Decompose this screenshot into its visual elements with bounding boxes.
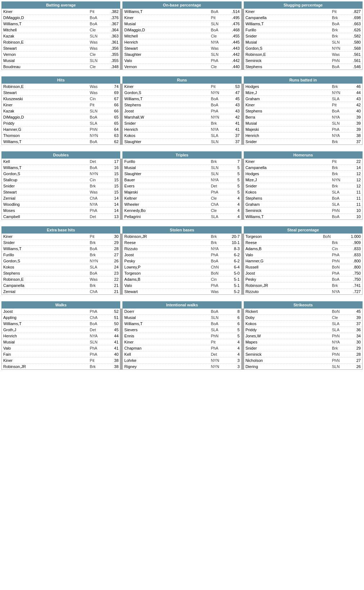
stat-value: 74 [106, 84, 118, 89]
player-name: Russell [246, 265, 332, 269]
player-name: Stewart [3, 190, 90, 194]
stat-value: .546 [348, 65, 361, 69]
col-header-doubles-2: Homeruns [244, 151, 363, 159]
player-team: SLN [332, 364, 348, 369]
table-row: KokosSLA24 [2, 264, 120, 270]
stat-value: 14 [106, 202, 118, 207]
player-name: Musial [246, 121, 332, 125]
player-name: Graham [246, 97, 332, 101]
player-team: PhA [332, 127, 348, 132]
player-name: Boudreau [3, 65, 90, 69]
table-row: WheelerChA4 [123, 201, 241, 208]
player-name: Snider [3, 184, 90, 188]
table-row: PeskyBoA.750 [244, 276, 362, 283]
table-row: BoudreauCle.348 [2, 64, 120, 70]
player-team: Pit [211, 15, 227, 20]
player-team: PhN [332, 352, 348, 356]
stat-value: 45 [227, 97, 240, 101]
player-team: Was [90, 84, 106, 89]
stat-value: 43 [227, 109, 240, 113]
player-team: Brk [332, 28, 348, 32]
player-team: PhA [90, 309, 106, 314]
section-spacer [1, 74, 363, 76]
section-spacer [1, 298, 363, 301]
table-row: Williams,TBoA50 [2, 321, 120, 327]
table-row: KluszewskiCin67 [2, 96, 120, 102]
player-team: BoA [332, 196, 348, 200]
player-name: Kokos [246, 190, 332, 194]
player-team: Brk [332, 240, 348, 245]
stat-value: 50 [106, 321, 118, 326]
player-team: NYA [211, 40, 227, 44]
player-name: Stewart [3, 90, 90, 95]
player-team: NYN [332, 178, 348, 182]
player-name: Kiner [124, 84, 211, 89]
player-team: ChN [211, 265, 227, 269]
player-name: Stephens [246, 196, 332, 200]
table-row: KeltnerCle4 [123, 195, 241, 201]
player-name: Valo [124, 58, 211, 63]
table-row: GrahamSLA43 [244, 96, 362, 102]
table-row: MapesNYA30 [244, 339, 362, 345]
player-team: PhN [332, 208, 348, 213]
stat-value: .750 [348, 271, 361, 275]
table-row: FurilloBrk27 [2, 252, 120, 258]
stat-value: 22 [348, 159, 361, 164]
stat-value: 41 [106, 346, 118, 350]
section-hits: HitsRunsRuns batted inRobinson,EWas74Ste… [1, 76, 363, 145]
player-name: Pesky [124, 259, 211, 263]
col-header-extra-1: Stolen bases [122, 226, 241, 234]
data-col-hits-0: Robinson,EWas74StewartWas69KluszewskiCin… [1, 84, 120, 145]
player-team: BoA [90, 15, 106, 20]
player-name: Kiner [246, 103, 332, 107]
player-name: Groth,J [3, 328, 90, 332]
player-team: NYN [211, 364, 227, 369]
player-team: BoN [332, 265, 348, 269]
stat-value: 8 [227, 309, 240, 314]
player-team: PhN [332, 358, 348, 363]
player-name: Musial [3, 340, 90, 344]
stat-value: 29 [348, 346, 361, 350]
stat-value: 14 [348, 165, 361, 170]
data-col-batting-0: KinerPit.382DiMaggio,DBoA.376Williams,TB… [1, 9, 120, 70]
table-row: StephensBoA.546 [244, 64, 362, 70]
stat-value: 12 [348, 172, 361, 176]
player-team: PhA [332, 253, 348, 257]
table-row: CampanellaBrk.698 [244, 15, 362, 21]
player-team: BoA [90, 22, 106, 26]
table-row: Adams,BCin5-1 [123, 276, 241, 283]
player-name: Kazak [3, 34, 90, 38]
table-row: DiMaggio,DBoA65 [2, 114, 120, 120]
player-team: Was [332, 52, 348, 57]
stat-value: 4 [227, 346, 240, 350]
stat-value: .445 [227, 40, 240, 44]
player-name: Kiner [3, 234, 90, 239]
stat-value: .367 [106, 22, 118, 26]
player-name: Robinson,E [3, 40, 90, 44]
player-name: Kiner [3, 103, 90, 107]
table-row: ApplingChA51 [2, 315, 120, 321]
stat-value: 41 [227, 127, 240, 132]
player-name: Gordon,S [3, 172, 90, 176]
player-name: Robinson,E [3, 84, 90, 89]
table-row: Marshall,WNYN42 [123, 114, 241, 120]
stat-value: 44 [106, 334, 118, 338]
table-row: SniderBrk37 [244, 139, 362, 145]
stat-value: .750 [348, 277, 361, 281]
stat-value: 39 [348, 127, 361, 132]
player-name: Keltner [124, 196, 211, 200]
table-row: MitchellCle.455 [123, 33, 241, 39]
player-team: PhA [90, 346, 106, 350]
stat-value: 24 [106, 265, 118, 269]
player-team: Pit [211, 340, 227, 344]
stat-value: 41 [227, 121, 240, 125]
table-row: PriddySLA36 [244, 327, 362, 333]
player-name: Williams,T [3, 22, 90, 26]
player-name: Slaughter [124, 139, 211, 144]
player-name: Thomson [3, 133, 90, 138]
player-team: Brk [90, 283, 106, 288]
player-name: Rigney [124, 364, 211, 369]
stat-value: 39 [348, 315, 361, 320]
table-row: StewartWas.356 [2, 45, 120, 52]
data-col-doubles-1: FurilloBrk7MusialSLN5SlaughterSLN5BauerN… [122, 159, 241, 220]
